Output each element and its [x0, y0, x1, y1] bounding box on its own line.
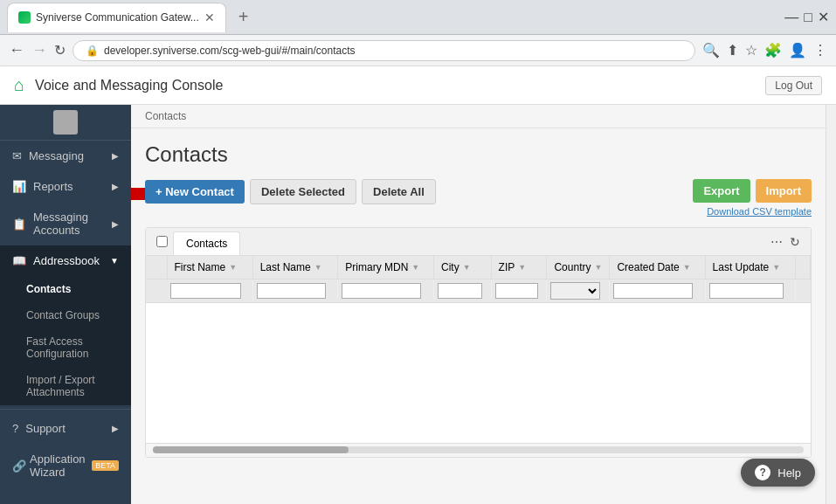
- col-country[interactable]: Country ▼: [547, 256, 610, 280]
- bookmark-icon[interactable]: ☆: [745, 42, 757, 59]
- new-contact-button[interactable]: + New Contact: [145, 180, 245, 204]
- contacts-table: First Name ▼ Last Name ▼: [146, 256, 811, 443]
- tab-title: Syniverse Communication Gatew...: [36, 11, 199, 24]
- url-bar[interactable]: 🔒 developer.syniverse.com/scg-web-gui/#/…: [73, 40, 695, 61]
- last-name-filter-input[interactable]: [257, 283, 327, 299]
- sidebar-item-addressbook[interactable]: 📖 Addressbook ▼: [0, 245, 131, 276]
- last-update-header: Last Update: [713, 261, 770, 273]
- import-button[interactable]: Import: [756, 179, 812, 203]
- messaging-accounts-icon: 📋: [12, 217, 26, 231]
- first-name-filter-input[interactable]: [170, 283, 241, 299]
- filter-country[interactable]: [547, 280, 610, 303]
- filter-primary-mdn[interactable]: [338, 280, 434, 303]
- support-arrow-icon: ▶: [112, 424, 119, 433]
- content-area: Contacts Contacts + New Contact Delete S…: [131, 105, 826, 504]
- filter-last-update[interactable]: [705, 280, 795, 303]
- sidebar-item-messaging-accounts[interactable]: 📋 Messaging Accounts ▶: [0, 202, 131, 245]
- help-label: Help: [777, 466, 801, 480]
- new-tab-button[interactable]: +: [231, 5, 256, 29]
- app-header: ⌂ Voice and Messaging Console Log Out: [0, 66, 836, 105]
- filter-zip[interactable]: [491, 280, 547, 303]
- browser-chrome: Syniverse Communication Gatew... ✕ + — □…: [0, 0, 836, 35]
- sidebar-item-messaging[interactable]: ✉ Messaging ▶: [0, 141, 131, 171]
- filter-first-name[interactable]: [167, 280, 252, 303]
- app-title: Voice and Messaging Console: [35, 78, 765, 93]
- col-last-name[interactable]: Last Name ▼: [252, 256, 338, 280]
- col-last-update[interactable]: Last Update ▼: [705, 256, 795, 280]
- country-sort-icon: ▼: [594, 263, 602, 272]
- profile-icon[interactable]: 👤: [789, 42, 806, 59]
- sidebar-item-app-wizard[interactable]: 🔗 Application Wizard BETA: [0, 444, 131, 487]
- sidebar-item-support[interactable]: ? Support ▶: [0, 413, 131, 444]
- svg-marker-0: [131, 176, 145, 211]
- page-content: Contacts + New Contact Delete Selected D…: [131, 128, 826, 472]
- export-button[interactable]: Export: [693, 179, 750, 203]
- filter-created-date[interactable]: [610, 280, 705, 303]
- forward-button[interactable]: →: [31, 41, 47, 59]
- filter-last-name[interactable]: [252, 280, 338, 303]
- zip-sort-icon: ▼: [518, 263, 526, 272]
- col-city[interactable]: City ▼: [434, 256, 492, 280]
- city-filter-input[interactable]: [438, 283, 482, 299]
- logout-button[interactable]: Log Out: [765, 76, 822, 95]
- country-filter-select[interactable]: [550, 282, 600, 300]
- right-scrollbar[interactable]: [826, 105, 836, 504]
- table-header-row: First Name ▼ Last Name ▼: [146, 256, 811, 280]
- sidebar-label-app-wizard: Application Wizard: [30, 452, 88, 479]
- menu-icon[interactable]: ⋮: [813, 42, 827, 59]
- sidebar-item-reports[interactable]: 📊 Reports ▶: [0, 171, 131, 202]
- filter-city[interactable]: [434, 280, 492, 303]
- primary-mdn-sort-icon: ▼: [411, 263, 419, 272]
- app-wizard-icon: 🔗: [12, 459, 26, 473]
- last-update-sort-icon: ▼: [772, 263, 780, 272]
- first-name-sort-icon: ▼: [229, 263, 237, 272]
- maximize-control[interactable]: □: [804, 10, 812, 25]
- back-button[interactable]: ←: [9, 41, 24, 59]
- close-control[interactable]: ✕: [818, 9, 829, 25]
- last-update-filter-input[interactable]: [709, 283, 784, 299]
- primary-mdn-filter-input[interactable]: [342, 283, 421, 299]
- browser-tab-active[interactable]: Syniverse Communication Gatew... ✕: [7, 3, 226, 32]
- tab-favicon: [18, 11, 31, 24]
- toolbar: + New Contact Delete Selected Delete All…: [145, 179, 812, 217]
- contact-groups-sub-label: Contact Groups: [26, 309, 100, 321]
- table-wrapper: First Name ▼ Last Name ▼: [146, 256, 811, 443]
- last-name-sort-icon: ▼: [314, 263, 322, 272]
- col-primary-mdn[interactable]: Primary MDN ▼: [338, 256, 434, 280]
- tab-close-icon[interactable]: ✕: [204, 10, 215, 24]
- csv-download-link[interactable]: Download CSV template: [707, 206, 812, 217]
- col-created-date[interactable]: Created Date ▼: [610, 256, 705, 280]
- delete-selected-button[interactable]: Delete Selected: [250, 179, 356, 204]
- contacts-tab[interactable]: Contacts: [173, 231, 240, 255]
- table-select-checkbox-header[interactable]: [156, 236, 168, 247]
- contacts-tab-label: Contacts: [186, 238, 227, 250]
- sidebar: ✉ Messaging ▶ 📊 Reports ▶ 📋 Messaging Ac…: [0, 105, 131, 504]
- col-zip[interactable]: ZIP ▼: [491, 256, 547, 280]
- col-first-name[interactable]: First Name ▼: [167, 256, 252, 280]
- sidebar-sub-fast-access[interactable]: Fast Access Configuration: [0, 328, 131, 367]
- reports-arrow-icon: ▶: [112, 182, 119, 191]
- table-options-icon[interactable]: ⋯: [770, 235, 783, 249]
- created-date-filter-input[interactable]: [613, 283, 692, 299]
- refresh-button[interactable]: ↻: [54, 42, 66, 59]
- zip-filter-input[interactable]: [495, 283, 538, 299]
- support-icon: ?: [12, 422, 18, 435]
- search-icon[interactable]: 🔍: [702, 42, 720, 59]
- sidebar-sub-contact-groups[interactable]: Contact Groups: [0, 302, 131, 328]
- app-container: ⌂ Voice and Messaging Console Log Out ✉ …: [0, 66, 836, 504]
- sidebar-top-icon: [53, 110, 78, 135]
- share-icon[interactable]: ⬆: [727, 42, 738, 59]
- country-header: Country: [554, 261, 591, 273]
- extensions-icon[interactable]: 🧩: [764, 42, 782, 59]
- horizontal-scrollbar[interactable]: [146, 443, 811, 457]
- minimize-control[interactable]: —: [784, 10, 798, 25]
- delete-all-button[interactable]: Delete All: [362, 179, 436, 204]
- help-button[interactable]: ? Help: [741, 459, 815, 487]
- table-refresh-icon[interactable]: ↻: [790, 235, 800, 249]
- home-icon[interactable]: ⌂: [14, 75, 24, 95]
- beta-badge: BETA: [92, 460, 119, 471]
- help-circle-icon: ?: [755, 465, 770, 480]
- address-bar: ← → ↻ 🔒 developer.syniverse.com/scg-web-…: [0, 35, 836, 66]
- sidebar-sub-import-export[interactable]: Import / Export Attachments: [0, 367, 131, 405]
- sidebar-sub-contacts[interactable]: Contacts: [0, 276, 131, 302]
